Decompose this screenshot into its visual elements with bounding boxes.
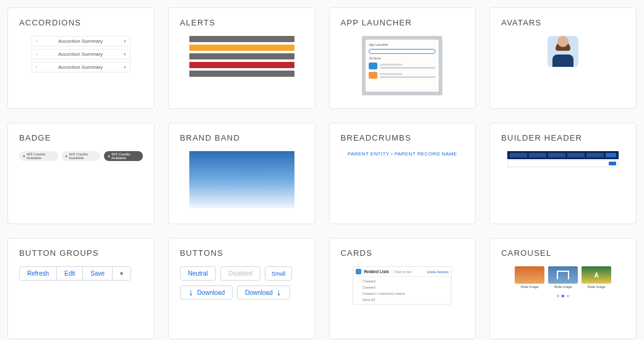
accordion-row: › Accordion Summary ▾ bbox=[32, 36, 131, 46]
app-item-text bbox=[380, 64, 436, 69]
carousel-caption: Slide Image bbox=[582, 285, 611, 289]
carousel-caption: Slide Image bbox=[515, 285, 544, 289]
mini-card-title: Related Lists bbox=[364, 269, 389, 274]
card-title: BUTTON GROUPS bbox=[19, 248, 143, 258]
preview-carousel: Slide Image Slide Image Slide Image bbox=[501, 266, 625, 297]
accordion-label: Accordion Summary bbox=[58, 51, 103, 57]
chevron-right-icon: › bbox=[36, 52, 37, 56]
app-tile-icon bbox=[369, 72, 377, 79]
card-title: ACCORDIONS bbox=[19, 18, 143, 27]
accordion-row: › Accordion Summary ▾ bbox=[32, 49, 131, 59]
card-cards[interactable]: CARDS Related Lists Find in list Unite A… bbox=[329, 238, 476, 339]
card-button-groups[interactable]: BUTTON GROUPS Refresh Edit Save ▾ bbox=[7, 238, 155, 339]
alert-info bbox=[189, 71, 294, 77]
menu-icon: ▾ bbox=[124, 65, 126, 70]
carousel-dot[interactable] bbox=[562, 295, 564, 297]
carousel-dots bbox=[557, 295, 569, 297]
neutral-button[interactable]: Neutral bbox=[180, 266, 216, 281]
app-item bbox=[369, 63, 436, 69]
card-carousel[interactable]: CAROUSEL Slide Image Slide Image Slide I… bbox=[489, 238, 637, 339]
mini-line: Created bbox=[362, 286, 442, 289]
card-title: CARDS bbox=[341, 248, 465, 258]
card-brand-band[interactable]: BRAND BAND bbox=[168, 123, 316, 224]
preview-accordions: › Accordion Summary ▾ › Accordion Summar… bbox=[19, 36, 143, 72]
badge-item: ● 423 Credits Available bbox=[62, 151, 101, 161]
preview-buttons: Neutral Disabled Small ⭳ Download Downlo… bbox=[180, 266, 304, 300]
card-buttons[interactable]: BUTTONS Neutral Disabled Small ⭳ Downloa… bbox=[168, 238, 316, 339]
app-launcher-section: All Items bbox=[369, 56, 436, 60]
app-launcher-heading: App Launcher bbox=[369, 43, 436, 46]
component-grid: ACCORDIONS › Accordion Summary ▾ › Accor… bbox=[7, 7, 637, 339]
alert-info bbox=[189, 36, 294, 42]
app-tile-icon bbox=[369, 63, 377, 69]
card-title: APP LAUNCHER bbox=[341, 18, 465, 27]
chevron-right-icon: › bbox=[36, 65, 37, 69]
save-button[interactable]: Save bbox=[83, 267, 113, 280]
badge-item: ● 423 Credits Available bbox=[19, 151, 58, 161]
mini-action: Unite Actions bbox=[427, 270, 449, 274]
carousel-thumb bbox=[548, 266, 578, 284]
button-group: Refresh Edit Save ▾ bbox=[19, 266, 131, 281]
preview-app-launcher: App Launcher All Items bbox=[341, 36, 465, 95]
preview-button-groups: Refresh Edit Save ▾ bbox=[19, 266, 143, 281]
app-item bbox=[369, 72, 436, 79]
carousel-row: Slide Image Slide Image Slide Image bbox=[515, 266, 611, 289]
app-launcher-frame: App Launcher All Items bbox=[362, 36, 442, 95]
download-button[interactable]: Download ⭳ bbox=[237, 286, 290, 300]
search-input bbox=[369, 49, 436, 54]
menu-icon: ▾ bbox=[124, 39, 126, 44]
preview-alerts bbox=[180, 36, 304, 77]
edit-button[interactable]: Edit bbox=[57, 267, 83, 280]
alert-warning bbox=[189, 45, 294, 51]
card-title: BUTTONS bbox=[180, 248, 304, 258]
preview-cards: Related Lists Find in list Unite Actions… bbox=[341, 266, 465, 305]
carousel-item: Slide Image bbox=[515, 266, 544, 289]
download-button[interactable]: ⭳ Download bbox=[180, 286, 233, 300]
card-title: BRAND BAND bbox=[180, 133, 304, 142]
avatar bbox=[547, 36, 578, 67]
preview-breadcrumbs: PARENT ENTITY › PARENT RECORD NAME bbox=[341, 151, 465, 157]
card-accordions[interactable]: ACCORDIONS › Accordion Summary ▾ › Accor… bbox=[7, 7, 155, 109]
card-badge[interactable]: BADGE ● 423 Credits Available ● 423 Cred… bbox=[7, 123, 155, 224]
card-app-launcher[interactable]: APP LAUNCHER App Launcher All Items bbox=[329, 7, 476, 109]
badge-row: ● 423 Credits Available ● 423 Credits Av… bbox=[19, 151, 143, 161]
mini-line: View All bbox=[362, 298, 442, 302]
card-title: AVATARS bbox=[501, 18, 625, 27]
mini-line: Created bbox=[362, 279, 442, 283]
preview-brand-band bbox=[180, 151, 304, 208]
menu-icon: ▾ bbox=[124, 52, 126, 57]
dropdown-icon[interactable]: ▾ bbox=[113, 267, 131, 280]
alert-error bbox=[189, 62, 294, 68]
preview-avatars bbox=[501, 36, 625, 67]
brand-band-graphic bbox=[189, 151, 294, 208]
alert-info bbox=[189, 53, 294, 59]
mini-search: Find in list bbox=[392, 270, 414, 274]
breadcrumb: PARENT ENTITY › PARENT RECORD NAME bbox=[348, 151, 457, 157]
card-title: BADGE bbox=[19, 133, 143, 142]
card-avatars[interactable]: AVATARS bbox=[489, 7, 637, 109]
builder-header bbox=[507, 151, 619, 167]
preview-badge: ● 423 Credits Available ● 423 Credits Av… bbox=[19, 151, 143, 161]
chevron-right-icon: › bbox=[36, 39, 37, 43]
card-title: CAROUSEL bbox=[501, 248, 625, 258]
carousel-caption: Slide Image bbox=[548, 285, 578, 289]
carousel-dot[interactable] bbox=[567, 295, 569, 297]
carousel-dot[interactable] bbox=[557, 295, 559, 297]
save-button bbox=[609, 162, 616, 165]
small-button[interactable]: Small bbox=[265, 266, 293, 281]
accordion-row: › Accordion Summary ▾ bbox=[32, 62, 131, 72]
card-alerts[interactable]: ALERTS bbox=[168, 7, 316, 109]
refresh-button[interactable]: Refresh bbox=[20, 267, 57, 280]
card-title: BREADCRUMBS bbox=[341, 133, 465, 142]
badge-item: ● 423 Credits Available bbox=[104, 151, 143, 161]
card-icon bbox=[356, 269, 361, 274]
card-breadcrumbs[interactable]: BREADCRUMBS PARENT ENTITY › PARENT RECOR… bbox=[329, 123, 476, 224]
card-title: BUILDER HEADER bbox=[501, 133, 625, 142]
card-title: ALERTS bbox=[180, 18, 304, 27]
card-builder-header[interactable]: BUILDER HEADER bbox=[489, 123, 637, 224]
carousel-thumb bbox=[515, 266, 544, 284]
preview-builder-header bbox=[501, 151, 625, 167]
download-icon: ⭳ bbox=[188, 289, 194, 296]
accordion-label: Accordion Summary bbox=[58, 38, 103, 44]
mini-line: Created • important status bbox=[362, 292, 442, 295]
